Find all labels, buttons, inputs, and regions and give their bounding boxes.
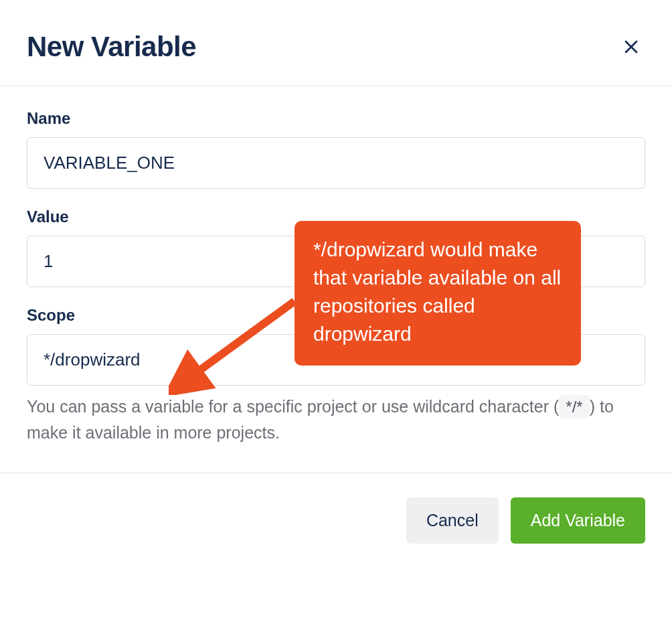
dialog-header: New Variable [0, 0, 672, 86]
help-prefix: You can pass a variable for a specific p… [27, 397, 559, 416]
dialog-footer: Cancel Add Variable [0, 473, 672, 570]
annotation-callout: */dropwizard would make that variable av… [295, 221, 581, 366]
name-input[interactable] [27, 137, 645, 189]
add-variable-button[interactable]: Add Variable [511, 497, 645, 544]
dialog-title: New Variable [27, 31, 196, 63]
cancel-button[interactable]: Cancel [406, 497, 499, 544]
help-code: */* [559, 395, 589, 418]
name-label: Name [27, 109, 645, 128]
close-button[interactable] [617, 33, 645, 61]
close-icon [621, 37, 641, 57]
field-name: Name [27, 109, 645, 189]
scope-help-text: You can pass a variable for a specific p… [27, 394, 645, 446]
